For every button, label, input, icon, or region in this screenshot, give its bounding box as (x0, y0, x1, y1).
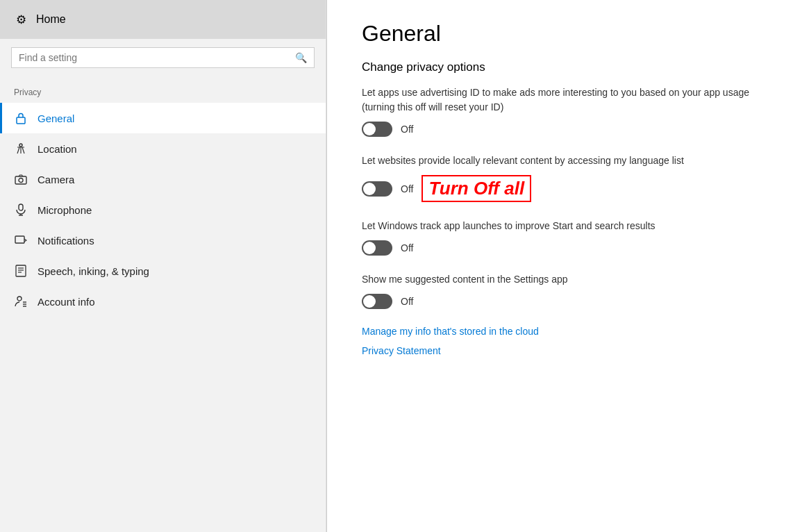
setting-app-launches-description: Let Windows track app launches to improv… (362, 219, 758, 233)
section-title: Change privacy options (362, 60, 758, 74)
account-info-icon (14, 294, 28, 308)
sidebar-item-account-info-label: Account info (37, 296, 95, 308)
location-icon (14, 142, 28, 156)
sidebar-item-general[interactable]: General (0, 103, 326, 133)
search-icon: 🔍 (295, 52, 307, 63)
setting-suggested-content-toggle-row: Off (362, 294, 758, 309)
suggested-content-toggle[interactable] (362, 294, 392, 309)
sidebar-item-location-label: Location (37, 143, 77, 155)
svg-rect-7 (15, 236, 24, 243)
svg-point-12 (17, 297, 22, 301)
setting-app-launches-toggle-row: Off (362, 240, 758, 256)
manage-info-link[interactable]: Manage my info that's stored in the clou… (362, 326, 758, 337)
search-box: 🔍 (11, 47, 315, 68)
app-launches-toggle-label: Off (401, 242, 413, 253)
setting-advertising-id-description: Let apps use advertising ID to make ads … (362, 85, 758, 115)
svg-rect-0 (17, 117, 25, 124)
page-title: General (362, 21, 758, 47)
setting-suggested-content-description: Show me suggested content in the Setting… (362, 272, 758, 287)
setting-language-list-toggle-row: Off Turn Off all (362, 175, 758, 202)
svg-point-1 (19, 144, 22, 147)
app-launches-toggle[interactable] (362, 240, 392, 256)
sidebar-item-notifications[interactable]: Notifications (0, 225, 326, 256)
setting-suggested-content: Show me suggested content in the Setting… (362, 272, 758, 309)
setting-advertising-id: Let apps use advertising ID to make ads … (362, 85, 758, 137)
main-content: General Change privacy options Let apps … (327, 0, 793, 532)
sidebar-item-account-info[interactable]: Account info (0, 286, 326, 317)
lock-icon (14, 111, 28, 125)
sidebar-item-location[interactable]: Location (0, 133, 326, 164)
sidebar-section-label: Privacy (0, 76, 326, 103)
privacy-statement-link[interactable]: Privacy Statement (362, 345, 758, 356)
svg-rect-2 (15, 176, 26, 184)
language-list-toggle-label: Off (401, 183, 413, 194)
gear-icon: ⚙ (14, 13, 28, 26)
sidebar-item-general-label: General (37, 113, 74, 124)
speech-icon (14, 264, 28, 278)
home-label: Home (36, 13, 66, 26)
sidebar-item-microphone[interactable]: Microphone (0, 194, 326, 225)
sidebar-item-camera[interactable]: Camera (0, 164, 326, 194)
sidebar-item-speech-label: Speech, inking, & typing (37, 265, 149, 277)
setting-language-list: Let websites provide locally relevant co… (362, 153, 758, 202)
setting-app-launches: Let Windows track app launches to improv… (362, 219, 758, 256)
setting-advertising-id-toggle-row: Off (362, 122, 758, 137)
sidebar-item-camera-label: Camera (37, 174, 74, 185)
sidebar-item-microphone-label: Microphone (37, 204, 92, 216)
notifications-icon (14, 233, 28, 247)
turn-off-all-annotation: Turn Off all (421, 175, 531, 202)
search-input[interactable] (19, 52, 290, 63)
setting-language-list-description: Let websites provide locally relevant co… (362, 153, 758, 168)
home-button[interactable]: ⚙ Home (0, 0, 326, 39)
microphone-icon (14, 203, 28, 217)
suggested-content-toggle-label: Off (401, 296, 413, 307)
advertising-id-toggle-label: Off (401, 124, 413, 135)
svg-point-3 (19, 178, 23, 183)
camera-icon (14, 172, 28, 186)
sidebar-item-notifications-label: Notifications (37, 235, 94, 247)
svg-rect-8 (16, 265, 26, 276)
svg-rect-4 (19, 204, 23, 210)
sidebar-item-speech[interactable]: Speech, inking, & typing (0, 256, 326, 286)
sidebar: ⚙ Home 🔍 Privacy General Location (0, 0, 326, 532)
advertising-id-toggle[interactable] (362, 122, 392, 137)
language-list-toggle[interactable] (362, 181, 392, 197)
